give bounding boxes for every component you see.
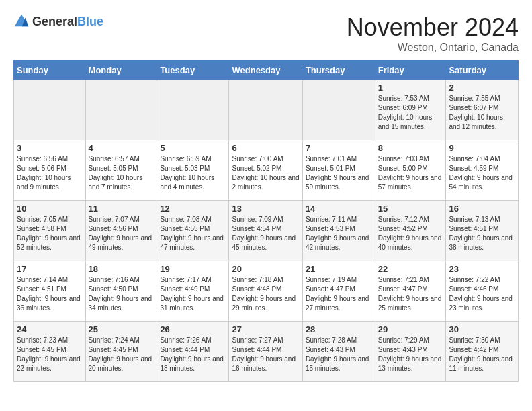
day-number: 4 [89,143,154,153]
calendar-cell: 18Sunrise: 7:16 AM Sunset: 4:50 PM Dayli… [85,261,157,322]
day-info: Sunrise: 7:01 AM Sunset: 5:01 PM Dayligh… [306,154,372,192]
day-info: Sunrise: 7:12 AM Sunset: 4:52 PM Dayligh… [378,215,443,253]
day-info: Sunrise: 7:04 AM Sunset: 4:59 PM Dayligh… [449,154,515,192]
day-number: 19 [160,264,226,274]
calendar-cell: 14Sunrise: 7:11 AM Sunset: 4:53 PM Dayli… [302,201,375,261]
day-info: Sunrise: 7:17 AM Sunset: 4:49 PM Dayligh… [160,275,226,313]
day-info: Sunrise: 6:56 AM Sunset: 5:06 PM Dayligh… [17,154,83,192]
day-info: Sunrise: 7:03 AM Sunset: 5:00 PM Dayligh… [378,154,443,192]
day-info: Sunrise: 7:24 AM Sunset: 4:45 PM Dayligh… [89,336,154,373]
day-info: Sunrise: 7:08 AM Sunset: 4:55 PM Dayligh… [160,215,226,253]
logo: GeneralBlue [13,13,103,30]
day-number: 25 [89,324,154,334]
day-info: Sunrise: 7:23 AM Sunset: 4:45 PM Dayligh… [17,336,83,373]
calendar-cell [229,80,302,140]
day-info: Sunrise: 7:00 AM Sunset: 5:02 PM Dayligh… [232,154,299,192]
calendar-header: SundayMondayTuesdayWednesdayThursdayFrid… [14,61,519,80]
calendar-cell: 16Sunrise: 7:13 AM Sunset: 4:51 PM Dayli… [446,201,519,261]
calendar-body: 1Sunrise: 7:53 AM Sunset: 6:09 PM Daylig… [14,80,519,382]
header: GeneralBlue November 2024 Weston, Ontari… [13,13,519,54]
day-number: 8 [378,143,443,153]
day-info: Sunrise: 7:16 AM Sunset: 4:50 PM Dayligh… [89,275,154,313]
day-number: 24 [17,324,83,334]
calendar-cell: 15Sunrise: 7:12 AM Sunset: 4:52 PM Dayli… [375,201,446,261]
day-info: Sunrise: 7:14 AM Sunset: 4:51 PM Dayligh… [17,275,83,313]
calendar-week-row: 1Sunrise: 7:53 AM Sunset: 6:09 PM Daylig… [14,80,519,140]
day-info: Sunrise: 7:29 AM Sunset: 4:43 PM Dayligh… [378,336,443,373]
day-number: 17 [17,264,83,274]
day-info: Sunrise: 7:55 AM Sunset: 6:07 PM Dayligh… [449,94,515,132]
day-info: Sunrise: 7:28 AM Sunset: 4:43 PM Dayligh… [306,336,372,373]
calendar-cell: 11Sunrise: 7:07 AM Sunset: 4:56 PM Dayli… [85,201,157,261]
day-number: 2 [449,83,515,93]
day-number: 13 [232,203,299,214]
calendar-cell: 29Sunrise: 7:29 AM Sunset: 4:43 PM Dayli… [375,322,446,382]
calendar-week-row: 3Sunrise: 6:56 AM Sunset: 5:06 PM Daylig… [14,140,519,201]
calendar-cell: 24Sunrise: 7:23 AM Sunset: 4:45 PM Dayli… [14,322,86,382]
day-number: 9 [449,143,515,153]
calendar-cell: 22Sunrise: 7:21 AM Sunset: 4:47 PM Dayli… [375,261,446,322]
day-info: Sunrise: 7:07 AM Sunset: 4:56 PM Dayligh… [89,215,154,253]
calendar-cell: 13Sunrise: 7:09 AM Sunset: 4:54 PM Dayli… [229,201,302,261]
calendar-cell [85,80,157,140]
weekday-header: Tuesday [157,61,229,80]
day-number: 20 [232,264,299,274]
calendar-cell: 2Sunrise: 7:55 AM Sunset: 6:07 PM Daylig… [446,80,519,140]
calendar-cell: 28Sunrise: 7:28 AM Sunset: 4:43 PM Dayli… [302,322,375,382]
calendar-cell: 23Sunrise: 7:22 AM Sunset: 4:46 PM Dayli… [446,261,519,322]
day-info: Sunrise: 6:57 AM Sunset: 5:05 PM Dayligh… [89,154,154,192]
day-info: Sunrise: 7:09 AM Sunset: 4:54 PM Dayligh… [232,215,299,253]
day-number: 14 [306,203,372,214]
title-area: November 2024 Weston, Ontario, Canada [347,13,519,54]
month-title: November 2024 [347,13,519,42]
day-info: Sunrise: 7:22 AM Sunset: 4:46 PM Dayligh… [449,275,515,313]
day-number: 1 [378,83,443,93]
calendar-cell: 3Sunrise: 6:56 AM Sunset: 5:06 PM Daylig… [14,140,86,201]
calendar-cell [302,80,375,140]
weekday-header: Wednesday [229,61,302,80]
day-number: 16 [449,203,515,214]
weekday-header: Saturday [446,61,519,80]
day-number: 23 [449,264,515,274]
day-info: Sunrise: 7:21 AM Sunset: 4:47 PM Dayligh… [378,275,443,313]
logo-general: General [32,15,77,28]
calendar-cell: 17Sunrise: 7:14 AM Sunset: 4:51 PM Dayli… [14,261,86,322]
day-info: Sunrise: 7:26 AM Sunset: 4:44 PM Dayligh… [160,336,226,373]
calendar-cell: 12Sunrise: 7:08 AM Sunset: 4:55 PM Dayli… [157,201,229,261]
calendar-cell [14,80,86,140]
day-number: 5 [160,143,226,153]
calendar-cell: 27Sunrise: 7:27 AM Sunset: 4:44 PM Dayli… [229,322,302,382]
day-number: 15 [378,203,443,214]
day-info: Sunrise: 7:19 AM Sunset: 4:47 PM Dayligh… [306,275,372,313]
calendar-cell: 5Sunrise: 6:59 AM Sunset: 5:03 PM Daylig… [157,140,229,201]
calendar-cell: 26Sunrise: 7:26 AM Sunset: 4:44 PM Dayli… [157,322,229,382]
location-title: Weston, Ontario, Canada [347,42,519,54]
calendar-cell: 8Sunrise: 7:03 AM Sunset: 5:00 PM Daylig… [375,140,446,201]
weekday-row: SundayMondayTuesdayWednesdayThursdayFrid… [14,61,519,80]
weekday-header: Thursday [302,61,375,80]
day-number: 27 [232,324,299,334]
calendar-week-row: 10Sunrise: 7:05 AM Sunset: 4:58 PM Dayli… [14,201,519,261]
calendar-table: SundayMondayTuesdayWednesdayThursdayFrid… [13,60,519,382]
day-number: 7 [306,143,372,153]
day-number: 18 [89,264,154,274]
calendar-cell: 21Sunrise: 7:19 AM Sunset: 4:47 PM Dayli… [302,261,375,322]
calendar-cell: 30Sunrise: 7:30 AM Sunset: 4:42 PM Dayli… [446,322,519,382]
day-info: Sunrise: 7:05 AM Sunset: 4:58 PM Dayligh… [17,215,83,253]
weekday-header: Friday [375,61,446,80]
logo-icon [13,13,30,30]
calendar-cell: 9Sunrise: 7:04 AM Sunset: 4:59 PM Daylig… [446,140,519,201]
calendar-cell: 19Sunrise: 7:17 AM Sunset: 4:49 PM Dayli… [157,261,229,322]
day-number: 6 [232,143,299,153]
day-number: 12 [160,203,226,214]
calendar-cell: 1Sunrise: 7:53 AM Sunset: 6:09 PM Daylig… [375,80,446,140]
day-info: Sunrise: 7:30 AM Sunset: 4:42 PM Dayligh… [449,336,515,373]
day-info: Sunrise: 7:27 AM Sunset: 4:44 PM Dayligh… [232,336,299,373]
day-number: 11 [89,203,154,214]
day-info: Sunrise: 6:59 AM Sunset: 5:03 PM Dayligh… [160,154,226,192]
day-number: 28 [306,324,372,334]
calendar-week-row: 17Sunrise: 7:14 AM Sunset: 4:51 PM Dayli… [14,261,519,322]
calendar-cell: 4Sunrise: 6:57 AM Sunset: 5:05 PM Daylig… [85,140,157,201]
calendar-cell: 7Sunrise: 7:01 AM Sunset: 5:01 PM Daylig… [302,140,375,201]
logo-blue: Blue [77,15,103,28]
